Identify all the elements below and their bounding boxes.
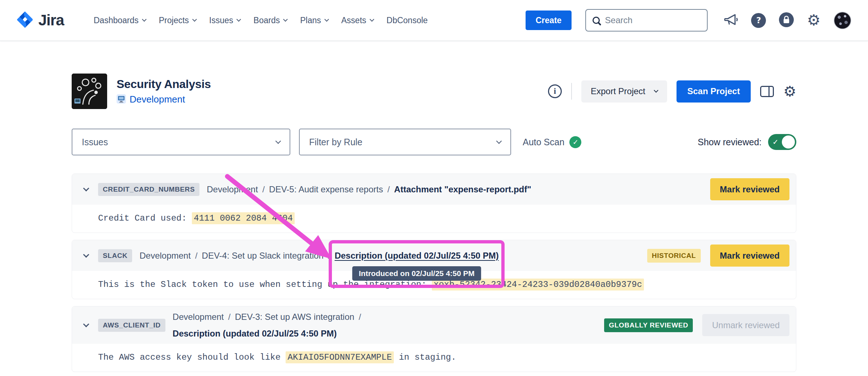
create-button[interactable]: Create <box>526 11 572 30</box>
chevron-down-icon <box>496 138 502 144</box>
nav-boards[interactable]: Boards <box>247 11 294 30</box>
breadcrumb: Development / DEV-3: Set up AWS integrat… <box>173 311 589 339</box>
nav-issues-label: Issues <box>209 16 233 25</box>
help-icon[interactable]: ? <box>751 13 766 28</box>
unmark-reviewed-button[interactable]: Unmark reviewed <box>702 314 789 336</box>
annotated-target-wrapper: Description (updated 02/Jul/25 4:50 PM) … <box>334 250 498 262</box>
issues-select[interactable]: Issues <box>72 129 290 155</box>
finding-header: SLACK Development / DEV-4: Set up Slack … <box>72 240 796 271</box>
snippet-text: Credit Card used: <box>98 213 192 223</box>
finding-card-aws: AWS_CLIENT_ID Development / DEV-3: Set u… <box>72 306 796 372</box>
nav-projects-label: Projects <box>159 16 189 25</box>
lock-icon[interactable] <box>779 12 794 29</box>
nav-boards-label: Boards <box>253 16 280 25</box>
settings-gear-icon[interactable]: ⚙ <box>783 84 796 99</box>
collapse-caret-icon[interactable] <box>81 254 91 257</box>
toggle-check-icon: ✓ <box>772 138 779 146</box>
nav-plans[interactable]: Plans <box>294 11 335 30</box>
finding-card-slack: SLACK Development / DEV-4: Set up Slack … <box>72 240 796 299</box>
finding-header: CREDIT_CARD_NUMBERS Development / DEV-5:… <box>72 174 796 205</box>
page-title: Security Analysis <box>117 78 211 91</box>
nav-plans-label: Plans <box>300 16 321 25</box>
crumb-separator: / <box>359 311 361 323</box>
check-circle-icon: ✓ <box>569 136 581 148</box>
crumb-project: Development <box>173 311 224 323</box>
brand-wordmark: Jira <box>38 12 64 29</box>
snippet-text: This is the Slack token to use when sett… <box>98 280 432 289</box>
crumb-separator: / <box>262 183 265 196</box>
search-box[interactable] <box>585 9 708 32</box>
nav-dbconsole[interactable]: DbConsole <box>380 11 434 30</box>
rule-badge: SLACK <box>98 249 132 262</box>
chevron-down-icon <box>236 17 241 22</box>
nav-issues[interactable]: Issues <box>203 11 247 30</box>
mark-reviewed-button[interactable]: Mark reviewed <box>710 178 789 200</box>
finding-header: AWS_CLIENT_ID Development / DEV-3: Set u… <box>72 306 796 344</box>
chevron-down-icon <box>370 17 374 22</box>
scan-project-button[interactable]: Scan Project <box>677 80 751 103</box>
jira-logo[interactable]: Jira <box>17 11 64 29</box>
top-navbar: Jira Dashboards Projects Issues Boards P… <box>0 0 868 41</box>
gear-icon[interactable]: ⚙ <box>807 13 821 28</box>
crumb-target: Description (updated 02/Jul/25 4:50 PM) <box>173 327 337 340</box>
nav-dashboards-label: Dashboards <box>94 16 139 25</box>
side-panel-icon[interactable] <box>760 86 774 97</box>
crumb-issue: DEV-3: Set up AWS integration <box>235 311 354 323</box>
chevron-down-icon <box>283 17 288 22</box>
snippet-text: in staging. <box>394 352 456 362</box>
findings-list: CREDIT_CARD_NUMBERS Development / DEV-5:… <box>72 174 796 372</box>
finding-snippet: The AWS access key should look like AKIA… <box>72 344 796 372</box>
search-icon <box>593 17 600 24</box>
crumb-target[interactable]: Description (updated 02/Jul/25 4:50 PM) <box>334 251 498 260</box>
export-project-button[interactable]: Export Project <box>581 80 667 103</box>
crumb-issue: DEV-5: Audit expense reports <box>269 183 383 196</box>
secret-highlight: AKIAIO5FODNN7EXAMPLE <box>286 351 393 363</box>
nav-dashboards[interactable]: Dashboards <box>87 11 152 30</box>
show-reviewed-label: Show reviewed: <box>698 137 762 147</box>
filter-by-rule-select[interactable]: Filter by Rule <box>299 129 511 155</box>
user-avatar[interactable] <box>834 12 851 29</box>
project-breadcrumb-link[interactable]: Development <box>130 94 185 105</box>
auto-scan-label: Auto Scan <box>523 137 564 147</box>
nav-assets-label: Assets <box>341 16 366 25</box>
export-project-label: Export Project <box>591 86 645 96</box>
mark-reviewed-button[interactable]: Mark reviewed <box>710 245 789 267</box>
project-header: Security Analysis Development i Export P… <box>72 74 796 109</box>
finding-snippet: Credit Card used: 4111 0062 2084 4604 <box>72 205 796 233</box>
project-mini-icon <box>117 94 126 105</box>
crumb-separator: / <box>228 311 231 323</box>
crumb-issue: DEV-4: Set up Slack integration <box>202 250 324 262</box>
toggle-knob <box>782 135 795 149</box>
info-icon[interactable]: i <box>548 84 562 98</box>
title-block: Security Analysis Development <box>117 78 211 105</box>
navbar-icon-cluster: ? ⚙ <box>724 12 851 29</box>
snippet-text: The AWS access key should look like <box>98 352 286 362</box>
chevron-down-icon <box>142 17 147 22</box>
search-input[interactable] <box>605 15 700 25</box>
historical-badge: HISTORICAL <box>647 249 701 263</box>
crumb-separator: / <box>387 183 390 196</box>
nav-projects[interactable]: Projects <box>152 11 203 30</box>
chevron-down-icon <box>275 138 281 144</box>
chevron-down-icon <box>324 17 329 22</box>
chevron-down-icon <box>654 88 658 93</box>
breadcrumb: Development / DEV-5: Audit expense repor… <box>207 183 695 196</box>
project-avatar <box>72 74 107 109</box>
crumb-separator: / <box>328 250 330 262</box>
show-reviewed-toggle[interactable]: ✓ <box>768 134 796 150</box>
crumb-project: Development <box>139 250 190 262</box>
issues-select-value: Issues <box>82 137 108 147</box>
finding-snippet: This is the Slack token to use when sett… <box>72 271 796 299</box>
rule-badge: CREDIT_CARD_NUMBERS <box>98 183 199 196</box>
breadcrumb: Development / DEV-4: Set up Slack integr… <box>139 250 632 262</box>
crumb-target: Attachment "expense-report.pdf" <box>394 183 531 196</box>
nav-assets[interactable]: Assets <box>335 11 380 30</box>
chevron-down-icon <box>192 17 197 22</box>
crumb-project: Development <box>207 183 258 196</box>
finding-card-credit-card: CREDIT_CARD_NUMBERS Development / DEV-5:… <box>72 174 796 233</box>
globally-reviewed-badge: GLOBALLY REVIEWED <box>604 318 693 332</box>
collapse-caret-icon[interactable] <box>81 188 91 191</box>
primary-nav: Dashboards Projects Issues Boards Plans … <box>87 11 434 30</box>
announcement-icon[interactable] <box>724 12 738 28</box>
collapse-caret-icon[interactable] <box>81 324 91 326</box>
